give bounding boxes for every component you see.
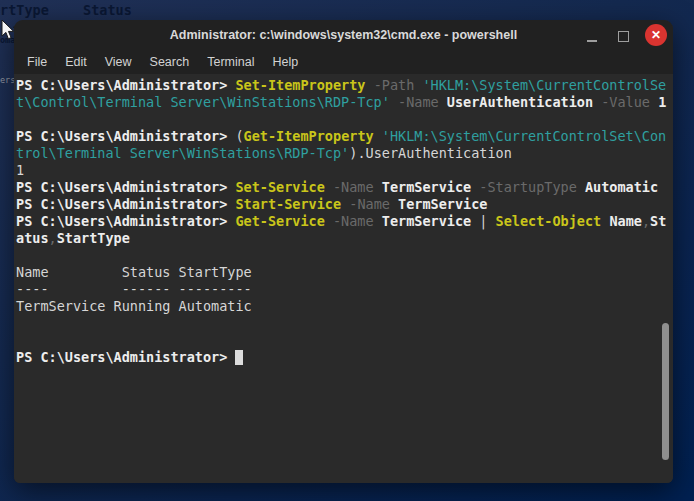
terminal-text-arg: UserAuthentication: [447, 94, 593, 110]
menu-item-view[interactable]: View: [96, 52, 141, 72]
terminal-text-arg: TermService: [382, 179, 471, 195]
terminal-text-arg: StartType: [57, 230, 130, 246]
terminal-text-param: -Name: [325, 179, 382, 195]
bg-fragment-starttype: rtType: [0, 2, 49, 18]
menu-bar: FileEditViewSearchTerminalHelp: [14, 50, 673, 74]
desktop-background: rtTypeStatus- -omaers Administrator: c:\…: [0, 0, 694, 501]
terminal-line: 1: [16, 162, 673, 179]
menu-item-search[interactable]: Search: [141, 52, 199, 72]
terminal-text-out: ---- ------ ---------: [16, 281, 252, 297]
terminal-text-param: -Name: [341, 196, 398, 212]
terminal-line: t\Control\Terminal Server\WinStations\RD…: [16, 94, 673, 111]
terminal-output-area[interactable]: PS C:\Users\Administrator> Set-ItemPrope…: [14, 74, 673, 483]
minimize-button[interactable]: [587, 40, 597, 42]
terminal-line: ---- ------ ---------: [16, 281, 673, 298]
terminal-text-out: Name Status StartType: [16, 264, 252, 280]
terminal-line: trol\Terminal Server\WinStations\RDP-Tcp…: [16, 145, 673, 162]
terminal-text-arg: TermService: [398, 196, 487, 212]
terminal-line: PS C:\Users\Administrator> Set-Service -…: [16, 179, 673, 196]
close-icon: ✕: [651, 29, 661, 41]
terminal-line: PS C:\Users\Administrator> Set-ItemPrope…: [16, 77, 673, 94]
terminal-text-param: -Name: [325, 213, 382, 229]
terminal-line: [16, 315, 673, 332]
terminal-text-arg: 1: [658, 94, 666, 110]
terminal-line: PS C:\Users\Administrator> Start-Service…: [16, 196, 673, 213]
terminal-text-p: PS C:\Users\Administrator>: [16, 349, 235, 365]
terminal-text-param: ,: [642, 213, 650, 229]
terminal-text-cmd: Set-ItemProperty: [235, 77, 365, 93]
terminal-text-p: PS C:\Users\Administrator>: [16, 213, 235, 229]
titlebar[interactable]: Administrator: c:\windows\system32\cmd.e…: [14, 20, 673, 50]
menu-item-terminal[interactable]: Terminal: [198, 52, 263, 72]
terminal-text-cmd: Set-Service: [235, 179, 324, 195]
terminal-line: PS C:\Users\Administrator>: [16, 349, 673, 366]
terminal-text-arg: St: [650, 213, 666, 229]
terminal-line: TermService Running Automatic: [16, 298, 673, 315]
terminal-text-arg: Name: [601, 213, 642, 229]
terminal-line: [16, 332, 673, 349]
terminal-text-arg: TermService: [382, 213, 480, 229]
maximize-button[interactable]: [618, 31, 629, 42]
terminal-text-cmd: Select-Object: [496, 213, 602, 229]
terminal-text-out: 1: [16, 162, 24, 178]
terminal-text-param: ,: [49, 230, 57, 246]
terminal-text-p: PS C:\Users\Administrator>: [16, 196, 235, 212]
terminal-text-out: ).UserAuthentication: [349, 145, 512, 161]
menu-item-edit[interactable]: Edit: [56, 52, 96, 72]
terminal-window: Administrator: c:\windows\system32\cmd.e…: [14, 20, 673, 483]
terminal-text-str: trol\Terminal Server\WinStations\RDP-Tcp…: [16, 145, 349, 161]
terminal-text-arg: Automatic: [585, 179, 658, 195]
terminal-text-out: TermService Running Automatic: [16, 298, 252, 314]
terminal-line: PS C:\Users\Administrator> Get-Service -…: [16, 213, 673, 230]
terminal-text-param: -Name: [390, 94, 447, 110]
terminal-text-p: PS C:\Users\Administrator>: [16, 77, 235, 93]
scrollbar-thumb[interactable]: [662, 323, 669, 460]
terminal-text-p: PS C:\Users\Administrator>: [16, 128, 235, 144]
terminal-text-p: PS C:\Users\Administrator>: [16, 179, 235, 195]
terminal-text-str: 'HKLM:\System\CurrentControlSe: [422, 77, 666, 93]
terminal-line: PS C:\Users\Administrator> (Get-ItemProp…: [16, 128, 673, 145]
bg-fragment-status: Status: [83, 2, 132, 18]
terminal-text-str: t\Control\Terminal Server\WinStations\RD…: [16, 94, 390, 110]
terminal-text-out: |: [479, 213, 495, 229]
terminal-text-param: -Path: [366, 77, 423, 93]
mouse-pointer-icon: [0, 19, 16, 41]
terminal-line: [16, 247, 673, 264]
terminal-text-cmd: Start-Service: [235, 196, 341, 212]
terminal-text-param: -StartupType: [471, 179, 585, 195]
menu-item-help[interactable]: Help: [263, 52, 307, 72]
terminal-line: [16, 111, 673, 128]
terminal-cursor: [235, 350, 243, 365]
terminal-text-out: (: [235, 128, 243, 144]
terminal-line: Name Status StartType: [16, 264, 673, 281]
terminal-text-str: 'HKLM:\System\CurrentControlSet\Con: [374, 128, 667, 144]
terminal-text-param: -Value: [593, 94, 658, 110]
menu-item-file[interactable]: File: [18, 52, 56, 72]
window-title: Administrator: c:\windows\system32\cmd.e…: [170, 28, 517, 42]
terminal-line: atus,StartType: [16, 230, 673, 247]
terminal-text-arg: atus: [16, 230, 49, 246]
terminal-text-cmd: Get-Service: [235, 213, 324, 229]
close-button[interactable]: ✕: [645, 24, 667, 46]
terminal-text-cmd: Get-ItemProperty: [244, 128, 374, 144]
